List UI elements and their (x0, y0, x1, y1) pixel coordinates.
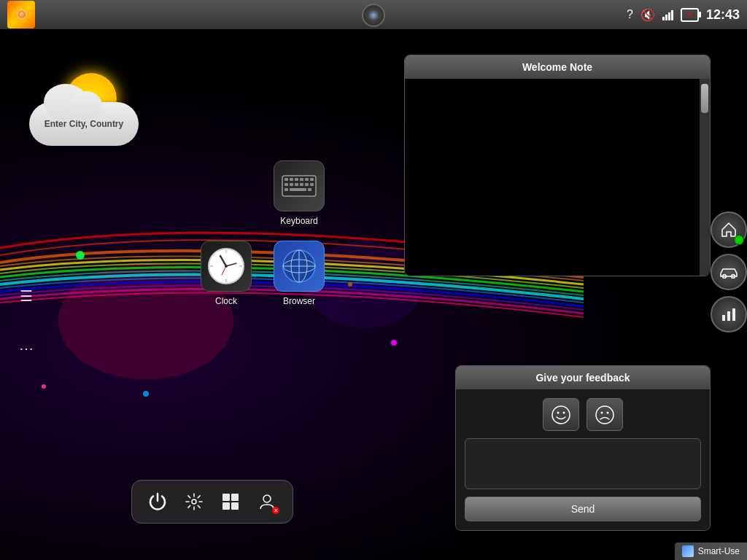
home-button[interactable] (711, 211, 747, 248)
car-button[interactable] (711, 254, 747, 290)
svg-rect-17 (295, 183, 298, 186)
svg-point-52 (563, 411, 565, 413)
send-button[interactable]: Send (465, 497, 701, 521)
power-button[interactable] (142, 486, 173, 517)
svg-rect-16 (290, 183, 293, 186)
svg-rect-10 (290, 178, 293, 181)
cloud-sun-graphic: Enter City, Country (29, 73, 146, 146)
feedback-title: Give your feedback (535, 372, 630, 384)
svg-rect-11 (295, 178, 298, 181)
signal-icon (662, 9, 673, 20)
svg-point-55 (607, 411, 609, 413)
battery-icon: ✕ (681, 8, 699, 22)
feedback-header: Give your feedback (456, 366, 710, 389)
keyboard-label: Keyboard (280, 216, 317, 226)
svg-rect-43 (231, 502, 239, 510)
flower-app-icon[interactable]: 🌼 (7, 1, 35, 28)
svg-point-7 (348, 282, 352, 287)
keyboard-icon-box (274, 160, 325, 211)
svg-point-54 (601, 411, 603, 413)
svg-rect-49 (732, 308, 735, 321)
svg-rect-42 (222, 502, 230, 510)
chart-button[interactable] (711, 296, 747, 332)
svg-point-6 (143, 391, 149, 397)
icon-row-top: Keyboard (270, 160, 328, 226)
svg-rect-41 (231, 494, 239, 501)
svg-rect-15 (285, 183, 288, 186)
cloud-icon: Enter City, Country (29, 102, 139, 146)
browser-label: Browser (283, 296, 315, 306)
emoji-row (465, 398, 701, 431)
welcome-header: Welcome Note (405, 55, 710, 79)
keyboard-app-icon[interactable]: Keyboard (270, 160, 328, 226)
svg-point-44 (263, 495, 271, 502)
feedback-textarea[interactable] (465, 438, 701, 489)
status-right: ? 🔇 ✕ 12:43 (627, 7, 740, 23)
camera-icon (362, 4, 385, 27)
svg-rect-24 (308, 188, 311, 191)
svg-rect-20 (310, 183, 314, 186)
welcome-panel: Welcome Note (404, 55, 711, 276)
left-sidebar: ☰ ⋯ (15, 284, 38, 360)
status-bar: 🌼 ? 🔇 ✕ 12:43 (0, 0, 747, 29)
clock-label: Clock (215, 296, 237, 306)
svg-rect-19 (305, 183, 309, 186)
feedback-panel: Give your feedback (455, 365, 711, 531)
svg-rect-12 (300, 178, 303, 181)
svg-point-53 (596, 406, 614, 424)
welcome-scrollbar-thumb[interactable] (701, 84, 708, 113)
browser-icon-box (274, 241, 325, 292)
svg-rect-13 (305, 178, 309, 181)
svg-rect-18 (300, 183, 303, 186)
svg-point-50 (552, 406, 570, 424)
svg-rect-21 (285, 188, 288, 191)
settings-button[interactable] (179, 486, 209, 517)
sad-button[interactable] (587, 398, 623, 431)
mute-icon[interactable]: 🔇 (640, 8, 655, 22)
taskbar: ✕ (131, 480, 293, 524)
svg-point-4 (42, 384, 46, 389)
send-label: Send (571, 503, 595, 515)
weather-location[interactable]: Enter City, Country (44, 119, 123, 129)
welcome-body (405, 79, 710, 276)
icon-row-bottom: Clock Browser (197, 241, 328, 306)
svg-rect-48 (727, 311, 730, 321)
welcome-scrollbar[interactable] (700, 79, 710, 276)
welcome-content (405, 79, 700, 276)
clock-app-icon[interactable]: Clock (197, 241, 255, 306)
browser-app-icon[interactable]: Browser (270, 241, 328, 306)
user-x-badge: ✕ (272, 507, 279, 514)
weather-widget: Enter City, Country (29, 73, 146, 146)
menu-button[interactable]: ☰ (15, 284, 38, 308)
svg-rect-14 (310, 178, 314, 181)
feedback-body: Send (456, 389, 710, 530)
svg-point-39 (192, 499, 196, 504)
windows-button[interactable] (215, 486, 246, 517)
clock-icon-box (201, 241, 252, 292)
status-left: 🌼 (7, 1, 35, 28)
svg-point-51 (557, 411, 560, 413)
happy-button[interactable] (543, 398, 579, 431)
user-button[interactable]: ✕ (252, 486, 282, 517)
help-icon[interactable]: ? (627, 8, 633, 21)
share-button[interactable]: ⋯ (15, 337, 38, 360)
clock-time: 12:43 (706, 7, 740, 23)
svg-point-3 (391, 340, 397, 346)
desktop-icons: Keyboard (197, 160, 328, 306)
svg-rect-23 (292, 188, 306, 191)
main-background: Enter City, Country ☰ ⋯ (0, 29, 747, 560)
svg-rect-9 (285, 178, 288, 181)
svg-point-2 (76, 251, 85, 260)
svg-rect-47 (722, 315, 725, 321)
svg-rect-40 (222, 494, 230, 501)
right-sidebar (711, 211, 747, 332)
welcome-title: Welcome Note (522, 61, 592, 73)
